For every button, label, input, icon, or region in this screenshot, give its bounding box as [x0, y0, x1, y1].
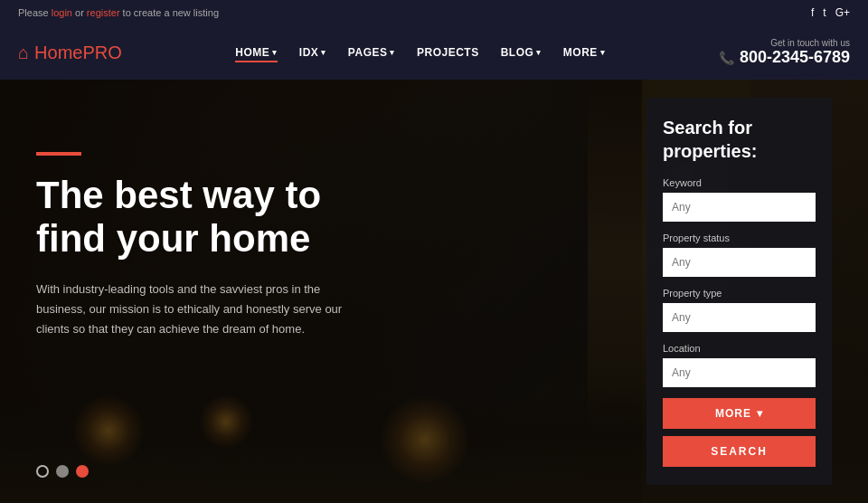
hero-content: The best way to find your home With indu…: [36, 152, 344, 339]
chevron-down-icon: ▾: [536, 48, 542, 57]
header-contact: Get in touch with us 📞 800-2345-6789: [719, 38, 850, 67]
googleplus-icon[interactable]: G+: [835, 6, 850, 19]
nav-home[interactable]: HOME ▾: [226, 39, 287, 66]
register-link[interactable]: register: [87, 7, 120, 18]
hero-title: The best way to find your home: [36, 174, 344, 261]
facebook-icon[interactable]: f: [811, 6, 814, 19]
chevron-down-icon: ▾: [272, 48, 278, 57]
phone-number: 📞 800-2345-6789: [719, 48, 850, 67]
slide-dot-2[interactable]: [56, 465, 69, 478]
logo-text: HomePRO: [34, 43, 122, 63]
status-group: Property status: [663, 233, 816, 277]
chevron-down-icon: ▾: [757, 407, 763, 420]
status-input[interactable]: [663, 248, 816, 277]
main-nav: HOME ▾ IDX ▾ PAGES ▾ PROJECTS BLOG ▾ MOR…: [226, 39, 614, 66]
chevron-down-icon: ▾: [321, 48, 326, 57]
search-panel: Search for properties: Keyword Property …: [646, 98, 832, 485]
message-prefix: Please: [18, 7, 52, 18]
search-title: Search for properties:: [663, 116, 816, 163]
top-bar-message: Please login or register to create a new…: [18, 7, 219, 18]
login-link[interactable]: login: [52, 7, 72, 18]
chevron-down-icon: ▾: [600, 48, 606, 57]
slide-dot-1[interactable]: [36, 465, 49, 478]
header: ⌂ HomePRO HOME ▾ IDX ▾ PAGES ▾ PROJECTS …: [0, 25, 868, 80]
hero-divider: [36, 152, 81, 156]
hero-subtitle: With industry-leading tools and the savv…: [36, 280, 344, 339]
nav-idx[interactable]: IDX ▾: [290, 39, 335, 66]
message-middle: or: [72, 7, 87, 18]
search-button[interactable]: SEARCH: [663, 436, 816, 467]
twitter-icon[interactable]: t: [823, 6, 826, 19]
contact-label: Get in touch with us: [719, 38, 850, 48]
nav-projects[interactable]: PROJECTS: [408, 39, 488, 66]
type-label: Property type: [663, 288, 816, 299]
location-label: Location: [663, 343, 816, 354]
keyword-input[interactable]: [663, 193, 816, 222]
nav-pages[interactable]: PAGES ▾: [339, 39, 404, 66]
phone-icon: 📞: [719, 51, 734, 65]
slide-dot-3[interactable]: [76, 465, 89, 478]
type-input[interactable]: [663, 303, 816, 332]
social-links: f t G+: [811, 6, 850, 19]
hero-section: The best way to find your home With indu…: [0, 80, 868, 503]
top-bar: Please login or register to create a new…: [0, 0, 868, 25]
type-group: Property type: [663, 288, 816, 332]
home-icon: ⌂: [18, 43, 29, 63]
more-button[interactable]: MORE ▾: [663, 398, 816, 429]
slide-indicators: [36, 465, 89, 478]
location-input[interactable]: [663, 358, 816, 387]
keyword-label: Keyword: [663, 177, 816, 188]
status-label: Property status: [663, 233, 816, 243]
keyword-group: Keyword: [663, 177, 816, 222]
nav-more[interactable]: MORE ▾: [554, 39, 615, 66]
chevron-down-icon: ▾: [390, 48, 395, 57]
location-group: Location: [663, 343, 816, 387]
nav-blog[interactable]: BLOG ▾: [492, 39, 551, 66]
message-suffix: to create a new listing: [120, 7, 219, 18]
logo[interactable]: ⌂ HomePRO: [18, 43, 122, 63]
